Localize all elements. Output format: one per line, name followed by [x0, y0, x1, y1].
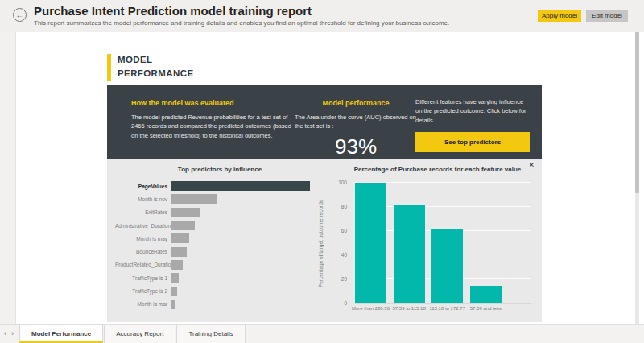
- app-window: ← Purchase Intent Prediction model train…: [0, 0, 644, 343]
- predictor-row[interactable]: BounceRates: [115, 245, 328, 258]
- performance-column: Model performance The Area under the cur…: [295, 99, 417, 159]
- predictor-bar[interactable]: [171, 194, 217, 204]
- predictor-row[interactable]: ProductRelated_Duration: [115, 258, 328, 271]
- section-heading-line2: PERFORMANCE: [118, 67, 194, 81]
- predictor-label: TrafficType is 2: [115, 288, 171, 294]
- features-note: Different features have varying influenc…: [415, 97, 530, 125]
- auc-value: 93%: [295, 134, 417, 159]
- predictor-row[interactable]: ExitRates: [115, 206, 328, 219]
- y-tick-label: 40: [326, 252, 347, 258]
- predictor-row[interactable]: Month is mar: [115, 298, 328, 311]
- predictors-chart-title: Top predictors by influence: [131, 166, 308, 173]
- scrollbar-thumb[interactable]: [635, 32, 639, 193]
- predictor-row[interactable]: Month is nov: [115, 192, 328, 205]
- next-page-arrow-icon[interactable]: ›: [11, 329, 14, 337]
- evaluated-column: How the model was evaluated The model pr…: [131, 99, 292, 140]
- predictor-bar[interactable]: [171, 233, 189, 243]
- predictor-label: TrafficType is 1: [115, 275, 171, 281]
- performance-title: Model performance: [295, 99, 417, 107]
- predictor-row[interactable]: PageValues: [115, 180, 328, 192]
- feature-plot: More than 230.3657.59 to 115.18115.18 to…: [355, 183, 531, 304]
- predictor-bar[interactable]: [171, 300, 175, 309]
- predictor-row[interactable]: TrafficType is 2: [115, 284, 328, 297]
- predictor-row[interactable]: Administrative_Duration: [115, 219, 328, 232]
- feature-bar[interactable]: [355, 183, 386, 303]
- evaluated-body: The model predicted Revenue probabilitie…: [131, 113, 292, 140]
- predictors-detail-section: ✕ Top predictors by influence PageValues…: [107, 159, 542, 322]
- report-header: ← Purchase Intent Prediction model train…: [0, 0, 644, 32]
- model-summary-panel: How the model was evaluated The model pr…: [107, 85, 542, 159]
- x-axis-label: More than 230.36: [352, 306, 390, 311]
- y-tick-label: 100: [326, 180, 347, 185]
- left-rail: [0, 32, 16, 324]
- y-tick-label: 60: [326, 228, 347, 233]
- feature-bar[interactable]: [394, 205, 425, 303]
- vertical-scrollbar[interactable]: [635, 32, 639, 324]
- predictors-rows: PageValuesMonth is novExitRatesAdministr…: [115, 180, 328, 311]
- back-button[interactable]: ←: [13, 8, 27, 22]
- predictor-bar[interactable]: [171, 260, 183, 270]
- section-heading-text: MODEL PERFORMANCE: [118, 53, 194, 81]
- predictor-label: Administrative_Duration: [115, 223, 171, 229]
- predictor-label: Month is may: [115, 236, 171, 242]
- edit-model-button[interactable]: Edit model: [586, 10, 628, 22]
- tab-model-performance[interactable]: Model Performance: [19, 325, 103, 343]
- x-axis-label: 57.59 and less: [467, 306, 505, 311]
- performance-body: The Area under the curve (AUC) observed …: [295, 113, 417, 131]
- predictor-bar[interactable]: [171, 247, 187, 257]
- apply-model-button[interactable]: Apply model: [538, 10, 581, 22]
- tab-accuracy-report[interactable]: Accuracy Report: [104, 325, 175, 343]
- heading-accent-bar: [107, 54, 111, 81]
- predictor-label: Month is nov: [115, 196, 171, 202]
- predictor-label: Month is mar: [115, 301, 171, 307]
- prev-page-arrow-icon[interactable]: ‹: [4, 329, 6, 337]
- x-axis-label: 115.18 to 172.77: [428, 306, 466, 311]
- predictor-row[interactable]: Month is may: [115, 232, 328, 245]
- predictor-label: PageValues: [115, 184, 171, 189]
- tab-training-details[interactable]: Training Details: [176, 325, 245, 343]
- page-subtitle: This report summarizes the model perform…: [34, 19, 449, 27]
- y-tick-label: 0: [326, 300, 347, 306]
- y-tick-label: 80: [326, 204, 347, 209]
- feature-chart-title: Percentage of Purchase records for each …: [343, 166, 532, 173]
- section-heading-line1: MODEL: [118, 53, 194, 67]
- predictor-bar[interactable]: [171, 287, 177, 296]
- feature-bar[interactable]: [431, 229, 463, 303]
- page-tab-bar: ‹ › Model PerformanceAccuracy ReportTrai…: [0, 324, 644, 343]
- predictor-label: ProductRelated_Duration: [115, 262, 171, 267]
- x-axis-label: 57.59 to 115.18: [390, 306, 428, 311]
- y-tick-label: 20: [326, 276, 347, 282]
- feature-chart-y-axis-label: Percentage of target outcome records: [318, 183, 326, 304]
- predictor-row[interactable]: TrafficType is 1: [115, 271, 328, 284]
- predictor-bar[interactable]: [171, 208, 200, 217]
- see-top-predictors-button[interactable]: See top predictors: [415, 132, 530, 152]
- predictor-bar[interactable]: [171, 273, 179, 283]
- features-column: Different features have varying influenc…: [415, 97, 530, 152]
- evaluated-title: How the model was evaluated: [131, 99, 292, 107]
- predictor-label: BounceRates: [115, 249, 171, 254]
- predictor-bar[interactable]: [171, 221, 195, 230]
- predictor-bar[interactable]: [171, 181, 310, 191]
- feature-bar[interactable]: [470, 286, 502, 303]
- page-title: Purchase Intent Prediction model trainin…: [34, 4, 312, 18]
- back-arrow-icon: ←: [16, 10, 24, 19]
- tab-list: Model PerformanceAccuracy ReportTraining…: [19, 325, 246, 343]
- predictor-label: ExitRates: [115, 209, 171, 215]
